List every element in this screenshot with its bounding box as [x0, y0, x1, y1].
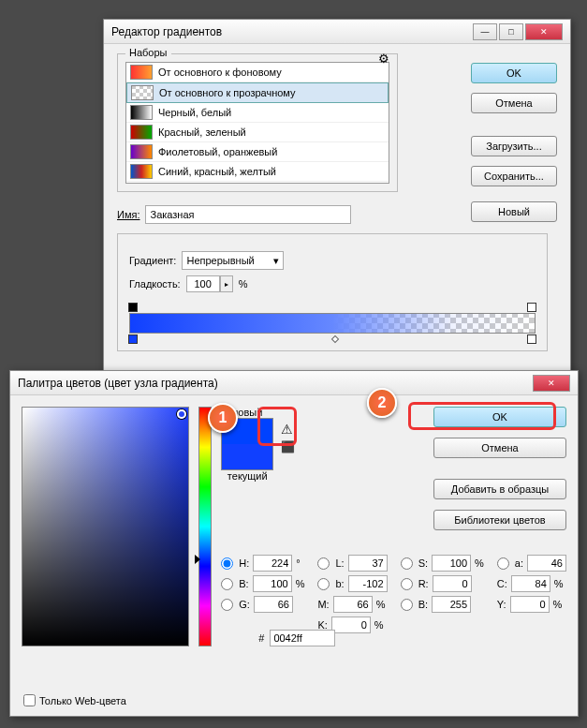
color-picker-title: Палитра цветов (цвет узла градиента): [18, 377, 533, 390]
a-input[interactable]: [527, 555, 566, 572]
hex-label: #: [258, 632, 264, 644]
spinner-arrow-icon[interactable]: ▸: [220, 275, 233, 292]
k-input[interactable]: [331, 617, 371, 633]
preset-swatch: [131, 85, 154, 100]
preset-swatch: [130, 164, 153, 179]
preset-swatch: [130, 105, 153, 120]
preset-row[interactable]: Фиолетовый, оранжевый: [126, 142, 389, 162]
preset-label: Синий, красный, желтый: [158, 166, 276, 177]
save-button[interactable]: Сохранить...: [471, 166, 557, 186]
callout-2: 2: [367, 388, 397, 418]
close-button[interactable]: ✕: [533, 375, 570, 392]
minimize-button[interactable]: —: [473, 23, 497, 40]
cancel-button[interactable]: Отмена: [471, 93, 557, 113]
hue-slider[interactable]: [195, 555, 200, 564]
color-picker-titlebar[interactable]: Палитра цветов (цвет узла градиента) ✕: [10, 371, 578, 395]
name-label: Имя:: [117, 209, 139, 220]
close-button[interactable]: ✕: [525, 23, 563, 40]
lab-b-input[interactable]: [348, 575, 388, 592]
cp-cancel-button[interactable]: Отмена: [433, 438, 566, 458]
preset-swatch: [130, 144, 153, 159]
smoothness-spinner[interactable]: ▸: [186, 275, 233, 292]
h-radio[interactable]: [221, 557, 233, 570]
web-only-label: Только Web-цвета: [39, 695, 126, 706]
highlight-1: [257, 407, 297, 446]
current-color-label: текущий: [227, 470, 268, 482]
r-radio[interactable]: [401, 578, 413, 590]
lab-b-radio[interactable]: [317, 578, 330, 590]
preset-row[interactable]: Красный, зеленый: [126, 123, 389, 142]
gradient-editor-window: Редактор градиентов — □ ✕ OK Отмена Загр…: [103, 19, 571, 412]
a-radio[interactable]: [497, 557, 509, 570]
s-radio[interactable]: [401, 557, 413, 570]
gradient-editor-titlebar[interactable]: Редактор градиентов — □ ✕: [104, 20, 570, 44]
gradient-type-label: Градиент:: [129, 255, 176, 266]
preset-label: Черный, белый: [158, 107, 231, 118]
color-libraries-button[interactable]: Библиотеки цветов: [433, 510, 566, 530]
l-input[interactable]: [348, 555, 388, 572]
gradient-bar[interactable]: [129, 313, 536, 334]
opacity-stop-left[interactable]: [128, 303, 138, 312]
g-input[interactable]: [254, 596, 293, 613]
preset-label: От основного к прозрачному: [159, 87, 296, 98]
midpoint-diamond[interactable]: [331, 335, 339, 343]
m-input[interactable]: [333, 596, 373, 613]
sv-cursor[interactable]: [177, 409, 186, 419]
s-input[interactable]: [432, 555, 471, 572]
l-radio[interactable]: [317, 557, 330, 570]
preset-list[interactable]: От основного к фоновомуОт основного к пр…: [125, 62, 389, 184]
ok-button[interactable]: OK: [471, 63, 557, 83]
name-input[interactable]: [145, 205, 351, 224]
bc-input[interactable]: [432, 596, 471, 613]
presets-label: Наборы: [125, 47, 171, 58]
preset-swatch: [130, 65, 153, 80]
maximize-button[interactable]: □: [499, 23, 523, 40]
preset-row[interactable]: Черный, белый: [126, 103, 389, 123]
preset-row[interactable]: От основного к фоновому: [126, 63, 389, 82]
preset-label: От основного к фоновому: [158, 67, 282, 78]
gear-icon[interactable]: ⚙: [378, 52, 389, 66]
new-button[interactable]: Новый: [471, 201, 557, 222]
color-stop-right[interactable]: [527, 334, 536, 344]
load-button[interactable]: Загрузить...: [471, 136, 557, 156]
bv-input[interactable]: [253, 575, 292, 592]
hex-input[interactable]: [270, 630, 335, 646]
web-only-checkbox[interactable]: [23, 694, 36, 706]
preset-row[interactable]: Синий, красный, желтый: [126, 162, 389, 182]
r-input[interactable]: [433, 575, 472, 592]
b-radio[interactable]: [221, 578, 233, 590]
preset-label: Красный, зеленый: [158, 126, 246, 138]
add-swatch-button[interactable]: Добавить в образцы: [433, 479, 566, 499]
y-input[interactable]: [510, 596, 550, 613]
preset-swatch: [130, 125, 153, 140]
c-input[interactable]: [511, 575, 550, 592]
g-radio[interactable]: [221, 599, 233, 611]
saturation-value-box[interactable]: [22, 407, 189, 646]
h-input[interactable]: [253, 555, 292, 572]
gradient-type-select[interactable]: Непрерывный: [182, 251, 283, 270]
hue-bar[interactable]: [198, 407, 213, 646]
gradient-editor-title: Редактор градиентов: [111, 25, 473, 38]
highlight-2: [408, 402, 556, 430]
callout-1: 1: [208, 403, 238, 433]
color-stop-left[interactable]: [128, 334, 138, 344]
smoothness-label: Гладкость:: [129, 278, 181, 290]
preset-label: Фиолетовый, оранжевый: [158, 146, 277, 157]
opacity-stop-right[interactable]: [527, 303, 536, 312]
preset-row[interactable]: От основного к прозрачному: [126, 82, 389, 103]
bc-radio[interactable]: [401, 599, 413, 611]
